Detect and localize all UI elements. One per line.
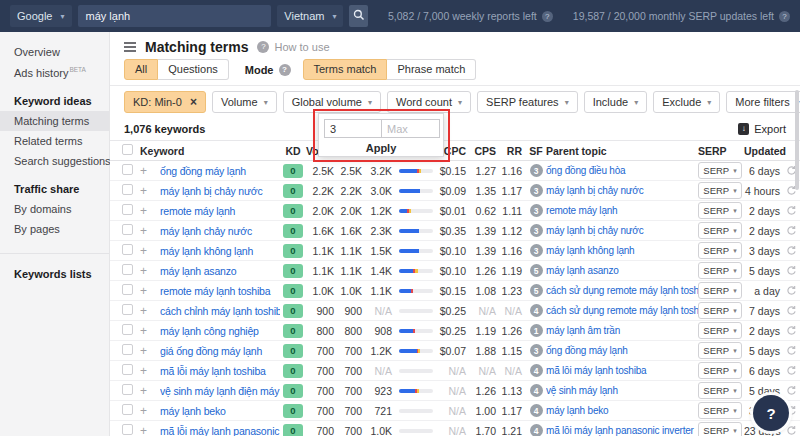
row-checkbox[interactable] — [122, 224, 133, 235]
refresh-icon[interactable] — [784, 245, 798, 256]
keyword-query-input[interactable]: máy lạnh — [78, 5, 272, 27]
serp-features-badge[interactable]: 3 — [530, 164, 543, 177]
sidebar-item-related-terms[interactable]: Related terms — [0, 131, 109, 151]
keyword-link[interactable]: máy lạnh chảy nước — [160, 225, 280, 237]
serp-features-badge[interactable]: 3 — [530, 204, 543, 217]
add-to-list-icon[interactable]: + — [140, 244, 160, 258]
refresh-icon[interactable] — [784, 205, 798, 216]
refresh-icon[interactable] — [784, 385, 798, 396]
serp-features-badge[interactable]: 5 — [530, 264, 543, 277]
sidebar-item-ads-history[interactable]: Ads historyBETA — [0, 62, 109, 83]
export-button[interactable]: ↓ Export — [738, 123, 786, 135]
keyword-link[interactable]: giá ống đồng máy lạnh — [160, 345, 280, 357]
parent-topic-link[interactable]: vệ sinh máy lạnh — [546, 385, 698, 396]
word-count-max-input[interactable] — [382, 119, 440, 138]
filter-dropdown-global-volume[interactable]: Global volume▾ — [283, 91, 381, 113]
keyword-link[interactable]: máy lạnh asanzo — [160, 265, 280, 277]
parent-topic-link[interactable]: máy lạnh bị chảy nước — [546, 225, 698, 236]
parent-topic-link[interactable]: mã lỗi máy lạnh toshiba — [546, 365, 698, 376]
column-header-updated[interactable]: Updated — [744, 145, 784, 157]
add-to-list-icon[interactable]: + — [140, 264, 160, 278]
apply-button[interactable]: Apply — [324, 138, 438, 154]
word-count-min-input[interactable] — [324, 119, 382, 138]
tab-terms-match[interactable]: Terms match — [303, 59, 388, 80]
add-to-list-icon[interactable]: + — [140, 224, 160, 238]
serp-features-badge[interactable]: 4 — [530, 404, 543, 417]
keyword-link[interactable]: cách chỉnh máy lạnh toshiba — [160, 305, 280, 317]
serp-features-badge[interactable]: 3 — [530, 224, 543, 237]
filter-dropdown-volume[interactable]: Volume▾ — [212, 91, 277, 113]
add-to-list-icon[interactable]: + — [140, 204, 160, 218]
filter-dropdown-word-count[interactable]: Word count▾ — [387, 91, 471, 113]
keyword-link[interactable]: máy lạnh không lạnh — [160, 245, 280, 257]
how-to-use-link[interactable]: ? How to use — [257, 41, 329, 53]
add-to-list-icon[interactable]: + — [140, 424, 160, 436]
row-checkbox[interactable] — [122, 284, 133, 295]
add-to-list-icon[interactable]: + — [140, 184, 160, 198]
parent-topic-link[interactable]: máy lạnh không lạnh — [546, 245, 698, 256]
keyword-link[interactable]: remote máy lạnh — [160, 205, 280, 217]
keyword-link[interactable]: vệ sinh máy lạnh điện máy xanh — [160, 385, 280, 397]
serp-dropdown-button[interactable]: SERP▾ — [698, 262, 742, 279]
serp-dropdown-button[interactable]: SERP▾ — [698, 242, 742, 259]
add-to-list-icon[interactable]: + — [140, 344, 160, 358]
sidebar-item-matching-terms[interactable]: Matching terms — [0, 111, 109, 131]
filter-dropdown-serp-features[interactable]: SERP features▾ — [477, 91, 578, 113]
info-icon[interactable]: ? — [779, 11, 790, 22]
row-checkbox[interactable] — [122, 204, 133, 215]
serp-dropdown-button[interactable]: SERP▾ — [698, 342, 742, 359]
parent-topic-link[interactable]: ống đồng điều hòa — [546, 165, 698, 176]
parent-topic-link[interactable]: máy lạnh bị chảy nước — [546, 185, 698, 196]
serp-dropdown-button[interactable]: SERP▾ — [698, 182, 742, 199]
row-checkbox[interactable] — [122, 264, 133, 275]
row-checkbox[interactable] — [122, 384, 133, 395]
search-button[interactable] — [349, 5, 367, 27]
refresh-icon[interactable] — [784, 325, 798, 336]
add-to-list-icon[interactable]: + — [140, 284, 160, 298]
keyword-link[interactable]: ống đồng máy lạnh — [160, 165, 280, 177]
serp-dropdown-button[interactable]: SERP▾ — [698, 382, 742, 399]
column-header-kd[interactable]: KD — [280, 145, 306, 157]
row-checkbox[interactable] — [122, 184, 133, 195]
refresh-icon[interactable] — [784, 425, 798, 436]
refresh-icon[interactable] — [784, 345, 798, 356]
serp-features-badge[interactable]: 5 — [530, 284, 543, 297]
info-icon[interactable]: ? — [542, 11, 553, 22]
row-checkbox[interactable] — [122, 424, 133, 435]
row-checkbox[interactable] — [122, 344, 133, 355]
serp-features-badge[interactable]: 1 — [530, 324, 543, 337]
remove-filter-icon[interactable]: × — [190, 95, 197, 109]
select-all-checkbox[interactable] — [122, 144, 133, 155]
help-floating-button[interactable]: ? — [753, 395, 789, 431]
parent-topic-link[interactable]: cách sử dụng remote máy lạnh toshiba — [546, 305, 698, 316]
keyword-link[interactable]: mã lỗi máy lạnh toshiba — [160, 365, 280, 377]
parent-topic-link[interactable]: máy lạnh âm trần — [546, 325, 698, 336]
refresh-icon[interactable] — [784, 285, 798, 296]
serp-features-badge[interactable]: 3 — [530, 344, 543, 357]
sidebar-item-search-suggestions[interactable]: Search suggestions — [0, 151, 109, 171]
filter-dropdown-exclude[interactable]: Exclude▾ — [653, 91, 720, 113]
row-checkbox[interactable] — [122, 304, 133, 315]
sidebar-item-by-domains[interactable]: By domains — [0, 199, 109, 219]
active-filter-kd[interactable]: KD: Min-0 × — [124, 91, 206, 113]
filter-dropdown-more-filters[interactable]: More filters▾ — [726, 91, 800, 113]
sidebar-item-overview[interactable]: Overview — [0, 42, 109, 62]
row-checkbox[interactable] — [122, 364, 133, 375]
serp-dropdown-button[interactable]: SERP▾ — [698, 162, 742, 179]
tab-questions[interactable]: Questions — [158, 59, 229, 80]
column-header-parent-topic[interactable]: Parent topic — [546, 145, 698, 157]
info-icon[interactable]: ? — [279, 64, 291, 76]
add-to-list-icon[interactable]: + — [140, 164, 160, 178]
sidebar-item-by-pages[interactable]: By pages — [0, 219, 109, 239]
add-to-list-icon[interactable]: + — [140, 364, 160, 378]
serp-dropdown-button[interactable]: SERP▾ — [698, 282, 742, 299]
add-to-list-icon[interactable]: + — [140, 304, 160, 318]
add-to-list-icon[interactable]: + — [140, 404, 160, 418]
serp-features-badge[interactable]: 4 — [530, 364, 543, 377]
scrollbar-thumb[interactable] — [795, 90, 799, 190]
add-to-list-icon[interactable]: + — [140, 324, 160, 338]
refresh-icon[interactable] — [784, 225, 798, 236]
serp-features-badge[interactable]: 3 — [530, 244, 543, 257]
column-header-keyword[interactable]: Keyword — [140, 145, 280, 157]
column-header-rr[interactable]: RR — [500, 145, 526, 157]
